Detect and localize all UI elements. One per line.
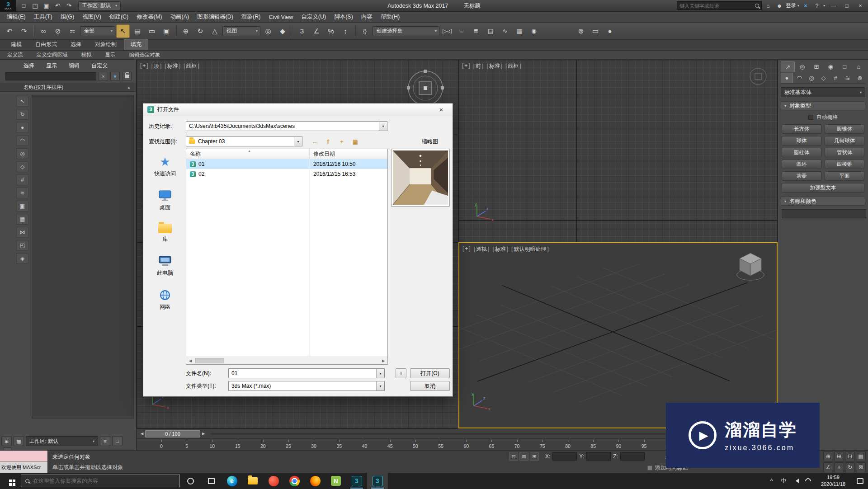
start-button[interactable] xyxy=(0,473,21,489)
scrollbar-thumb[interactable] xyxy=(195,358,224,363)
maximize-viewport-toggle-icon[interactable]: ⊠ xyxy=(856,462,866,472)
primitive-category-dropdown[interactable]: 标准基本体 ▾ xyxy=(781,87,865,97)
y-coordinate-field[interactable] xyxy=(586,452,611,461)
app-menu-button[interactable]: 3 MAX xyxy=(0,0,16,12)
viewport-label-segment[interactable]: + xyxy=(140,62,148,70)
ribbon-toggle-icon[interactable]: ▤ xyxy=(484,24,497,38)
transform-type-in-icon[interactable]: ⊞ xyxy=(530,452,539,461)
maxscript-mini-listener[interactable]: 欢迎使用 MAXScr xyxy=(0,451,48,473)
previous-frame-icon[interactable]: ◀ xyxy=(139,430,145,437)
place-network[interactable]: 网络 xyxy=(158,289,172,311)
taskbar-app-3dsmax[interactable]: 3 xyxy=(346,473,367,489)
cancel-button[interactable]: 取消 xyxy=(410,381,450,391)
use-pivot-point-icon[interactable]: ◎ xyxy=(261,24,275,38)
sort-header[interactable]: 名称(按升序排序) ▲ xyxy=(0,83,136,92)
object-type-button[interactable]: 球体 xyxy=(782,136,821,146)
filter-funnel-icon[interactable]: ▼ xyxy=(110,72,120,81)
place-libraries[interactable]: 库 xyxy=(158,224,172,243)
percent-snap-icon[interactable]: % xyxy=(324,24,338,38)
redo-icon[interactable]: ↷ xyxy=(17,24,31,38)
named-selection-sets-dropdown[interactable]: 创建选择集 ▾ xyxy=(373,26,439,36)
cortana-button[interactable] xyxy=(180,473,201,489)
explorer-menu-item[interactable]: 选择 xyxy=(24,62,34,70)
viewport-label-segment[interactable]: 透视 xyxy=(474,245,490,253)
x-coordinate-field[interactable] xyxy=(552,452,577,461)
selection-lock-toggle-icon[interactable]: ⊠ xyxy=(519,452,528,461)
taskbar-search[interactable] xyxy=(21,475,180,487)
add-history-button[interactable]: + xyxy=(396,368,406,378)
menu-item[interactable]: 自定义(U) xyxy=(297,13,330,21)
help-icon[interactable]: ? xyxy=(812,1,822,11)
window-crossing-icon[interactable]: ▣ xyxy=(160,24,173,38)
object-type-button[interactable]: 圆环 xyxy=(782,160,821,169)
ribbon-tab[interactable]: 自由形式 xyxy=(29,39,63,50)
explorer-menu-item[interactable]: 显示 xyxy=(46,62,57,70)
ribbon-panel-label[interactable]: 编辑选定对象 xyxy=(129,52,160,58)
filter-bones-icon[interactable]: ⋈ xyxy=(16,227,28,238)
rendered-frame-window-icon[interactable]: ▭ xyxy=(589,24,602,38)
cameras-category-icon[interactable]: ◇ xyxy=(818,73,829,83)
viewport-label-segment[interactable]: 标准 xyxy=(486,62,502,70)
viewport-label-segment[interactable]: 前 xyxy=(473,62,484,70)
new-scene-icon[interactable]: □ xyxy=(18,1,29,11)
select-and-scale-icon[interactable]: △ xyxy=(208,24,222,38)
zoom-extents-icon[interactable]: ⊡ xyxy=(845,451,855,461)
menu-item[interactable]: 帮助(H) xyxy=(377,13,404,21)
layer-manager-icon[interactable]: ≣ xyxy=(469,24,483,38)
schematic-view-icon[interactable]: ▦ xyxy=(513,24,526,38)
display-monitor-icon[interactable]: □ xyxy=(112,436,123,446)
render-setup-icon[interactable]: ⊚ xyxy=(574,24,588,38)
view-menu-icon[interactable]: ▦ xyxy=(349,136,361,147)
angle-snap-icon[interactable]: ∠ xyxy=(310,24,323,38)
menu-item[interactable]: Civil View xyxy=(264,14,297,20)
filter-containers-icon[interactable]: ◰ xyxy=(16,240,28,251)
viewport-label-segment[interactable]: 标准 xyxy=(165,62,180,70)
motion-tab-icon[interactable]: ◉ xyxy=(824,61,837,72)
curve-editor-icon[interactable]: ∿ xyxy=(498,24,512,38)
action-center-icon[interactable] xyxy=(857,478,863,484)
filter-shapes-icon[interactable]: ◠ xyxy=(16,135,28,146)
history-dropdown[interactable]: C:\Users\hb435\Documents\3dsMax\scenes ▾ xyxy=(186,121,387,131)
object-type-button[interactable]: 茶壶 xyxy=(782,171,821,181)
object-type-button[interactable]: 四棱锥 xyxy=(825,160,864,169)
explorer-menu-item[interactable]: 自定义 xyxy=(91,62,108,70)
ribbon-tab[interactable]: 选择 xyxy=(64,39,88,50)
save-file-icon[interactable]: ▣ xyxy=(41,1,52,11)
filter-cameras-icon[interactable]: ◇ xyxy=(16,161,28,172)
menu-item[interactable]: 动画(A) xyxy=(166,13,193,21)
ribbon-panel-label[interactable]: 显示 xyxy=(105,52,116,58)
back-icon[interactable]: ← xyxy=(309,136,321,147)
mirror-icon[interactable]: ▷◁ xyxy=(440,24,454,38)
unlink-selection-icon[interactable]: ⊘ xyxy=(51,24,65,38)
snap-toggle-3d-icon[interactable]: 3 xyxy=(295,24,309,38)
sign-in-caret-icon[interactable]: ▾ xyxy=(797,4,799,8)
viewport-label-segment[interactable]: 线框 xyxy=(505,62,521,70)
create-tab-icon[interactable]: ↗ xyxy=(781,61,795,72)
rectangular-selection-region-icon[interactable]: ▭ xyxy=(145,24,159,38)
ime-indicator[interactable]: 中 xyxy=(778,473,790,489)
close-button[interactable]: × xyxy=(854,0,867,12)
viewport-label-segment[interactable]: 默认明暗处理 xyxy=(511,245,549,253)
object-type-button[interactable]: 几何球体 xyxy=(825,136,864,146)
workspace-bottom-selector[interactable]: 工作区: 默认 ▾ xyxy=(26,436,98,446)
lock-icon[interactable] xyxy=(122,72,132,81)
filter-xrefs-icon[interactable]: ▦ xyxy=(16,214,28,225)
open-button[interactable]: 打开(O) xyxy=(410,368,450,378)
viewport-label-segment[interactable]: 线框 xyxy=(184,62,199,70)
explorer-menu-item[interactable]: 编辑 xyxy=(69,62,80,70)
menu-item[interactable]: 工具(T) xyxy=(30,13,57,21)
filetype-dropdown[interactable]: 3ds Max (*.max) ▾ xyxy=(228,381,385,391)
look-in-dropdown[interactable]: Chapter 03 ▾ xyxy=(186,136,302,146)
ribbon-panel-label[interactable]: 定义流 xyxy=(7,52,23,58)
filter-helpers-icon[interactable]: # xyxy=(16,174,28,185)
viewcube-gizmo[interactable] xyxy=(731,249,769,285)
object-type-button[interactable]: 平面 xyxy=(825,171,864,181)
modify-tab-icon[interactable]: ◎ xyxy=(796,61,809,72)
select-and-move-icon[interactable]: ⊕ xyxy=(179,24,193,38)
ribbon-tab[interactable]: 对象绘制 xyxy=(89,39,123,50)
user-icon[interactable]: ☻ xyxy=(774,1,784,11)
taskbar-app-explorer[interactable] xyxy=(242,473,263,489)
taskbar-app-browser[interactable] xyxy=(263,473,284,489)
network-icon[interactable] xyxy=(802,473,814,489)
zoom-all-icon[interactable]: ⊞ xyxy=(834,451,844,461)
